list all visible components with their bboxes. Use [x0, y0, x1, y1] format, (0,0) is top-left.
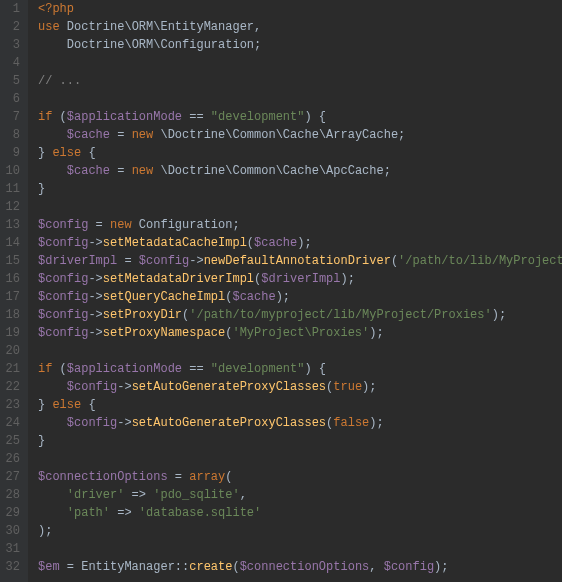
- token-pale: \Doctrine\Common\Cache\ArrayCache: [160, 128, 398, 142]
- token-var: $driverImpl: [261, 272, 340, 286]
- token-str: "development": [211, 362, 305, 376]
- code-line[interactable]: [38, 342, 562, 360]
- token-op: ==: [182, 362, 211, 376]
- token-op: ->: [117, 380, 131, 394]
- code-line[interactable]: } else {: [38, 396, 562, 414]
- code-line[interactable]: $driverImpl = $config->newDefaultAnnotat…: [38, 252, 562, 270]
- token-op: ->: [88, 272, 102, 286]
- code-line[interactable]: [38, 450, 562, 468]
- token-op: ==: [182, 110, 211, 124]
- token-var: $cache: [232, 290, 275, 304]
- token-op: \: [124, 38, 131, 52]
- code-line[interactable]: // ...: [38, 72, 562, 90]
- token-var: $config: [38, 290, 88, 304]
- code-editor-content[interactable]: <?phpuse Doctrine\ORM\EntityManager, Doc…: [28, 0, 562, 582]
- token-pale: ORM: [132, 38, 154, 52]
- token-op: =>: [124, 488, 153, 502]
- token-kw: else: [52, 398, 88, 412]
- code-line[interactable]: );: [38, 522, 562, 540]
- token-op: );: [369, 326, 383, 340]
- line-number: 29: [4, 504, 20, 522]
- token-str: '/path/to/lib/MyProject/Entities': [398, 254, 562, 268]
- token-op: ;: [232, 218, 239, 232]
- line-number: 15: [4, 252, 20, 270]
- token-op: ->: [88, 326, 102, 340]
- token-pale: EntityManager: [160, 20, 254, 34]
- code-line[interactable]: } else {: [38, 144, 562, 162]
- token-var: $config: [384, 560, 434, 574]
- code-line[interactable]: }: [38, 180, 562, 198]
- code-line[interactable]: $config->setProxyNamespace('MyProject\Pr…: [38, 324, 562, 342]
- code-line[interactable]: $config->setMetadataCacheImpl($cache);: [38, 234, 562, 252]
- token-pale: \Doctrine\Common\Cache\ApcCache: [160, 164, 383, 178]
- token-var: $config: [38, 218, 88, 232]
- token-op: (: [232, 560, 239, 574]
- code-line[interactable]: $cache = new \Doctrine\Common\Cache\Arra…: [38, 126, 562, 144]
- code-line[interactable]: 'driver' => 'pdo_sqlite',: [38, 486, 562, 504]
- token-str: 'database.sqlite': [139, 506, 261, 520]
- token-op: );: [362, 380, 376, 394]
- code-line[interactable]: use Doctrine\ORM\EntityManager,: [38, 18, 562, 36]
- token-pale: Configuration: [139, 218, 233, 232]
- token-op: ) {: [304, 110, 326, 124]
- code-line[interactable]: [38, 198, 562, 216]
- line-number: 24: [4, 414, 20, 432]
- code-line[interactable]: $config->setQueryCacheImpl($cache);: [38, 288, 562, 306]
- code-line[interactable]: if ($applicationMode == "development") {: [38, 360, 562, 378]
- code-line[interactable]: 'path' => 'database.sqlite': [38, 504, 562, 522]
- token-op: ,: [254, 20, 261, 34]
- token-op: ->: [88, 308, 102, 322]
- code-line[interactable]: $config->setProxyDir('/path/to/myproject…: [38, 306, 562, 324]
- code-line[interactable]: }: [38, 432, 562, 450]
- line-number: 18: [4, 306, 20, 324]
- code-line[interactable]: $config->setAutoGenerateProxyClasses(tru…: [38, 378, 562, 396]
- token-var: $cache: [67, 164, 110, 178]
- line-number: 9: [4, 144, 20, 162]
- token-op: {: [88, 398, 95, 412]
- code-line[interactable]: Doctrine\ORM\Configuration;: [38, 36, 562, 54]
- code-line[interactable]: $em = EntityManager::create($connectionO…: [38, 558, 562, 576]
- token-kw: else: [52, 146, 88, 160]
- line-number: 16: [4, 270, 20, 288]
- code-line[interactable]: $config->setMetadataDriverImpl($driverIm…: [38, 270, 562, 288]
- token-op: =>: [110, 506, 139, 520]
- token-pale: Doctrine: [67, 38, 125, 52]
- token-var: $config: [38, 326, 88, 340]
- token-str: "development": [211, 110, 305, 124]
- code-line[interactable]: if ($applicationMode == "development") {: [38, 108, 562, 126]
- line-number: 22: [4, 378, 20, 396]
- token-op: ,: [240, 488, 247, 502]
- code-line[interactable]: $config->setAutoGenerateProxyClasses(fal…: [38, 414, 562, 432]
- line-number: 5: [4, 72, 20, 90]
- token-op: [38, 380, 67, 394]
- token-op: );: [297, 236, 311, 250]
- token-op: ;: [254, 38, 261, 52]
- token-op: ;: [384, 164, 391, 178]
- token-var: $config: [139, 254, 189, 268]
- line-number: 20: [4, 342, 20, 360]
- token-kw: use: [38, 20, 67, 34]
- code-line[interactable]: [38, 90, 562, 108]
- code-line[interactable]: [38, 540, 562, 558]
- line-number: 11: [4, 180, 20, 198]
- token-var: $driverImpl: [38, 254, 117, 268]
- token-op: );: [434, 560, 448, 574]
- token-op: =: [110, 128, 132, 142]
- line-number: 6: [4, 90, 20, 108]
- token-comment: // ...: [38, 74, 81, 88]
- code-line[interactable]: [38, 54, 562, 72]
- token-fn: newDefaultAnnotationDriver: [204, 254, 391, 268]
- token-kw: if: [38, 362, 60, 376]
- token-fn: setProxyNamespace: [103, 326, 225, 340]
- line-number: 19: [4, 324, 20, 342]
- token-var: $connectionOptions: [240, 560, 370, 574]
- code-line[interactable]: $cache = new \Doctrine\Common\Cache\ApcC…: [38, 162, 562, 180]
- token-op: }: [38, 398, 52, 412]
- token-var: $config: [67, 416, 117, 430]
- line-number: 2: [4, 18, 20, 36]
- code-line[interactable]: <?php: [38, 0, 562, 18]
- code-line[interactable]: $connectionOptions = array(: [38, 468, 562, 486]
- token-op: );: [38, 524, 52, 538]
- line-number: 23: [4, 396, 20, 414]
- code-line[interactable]: $config = new Configuration;: [38, 216, 562, 234]
